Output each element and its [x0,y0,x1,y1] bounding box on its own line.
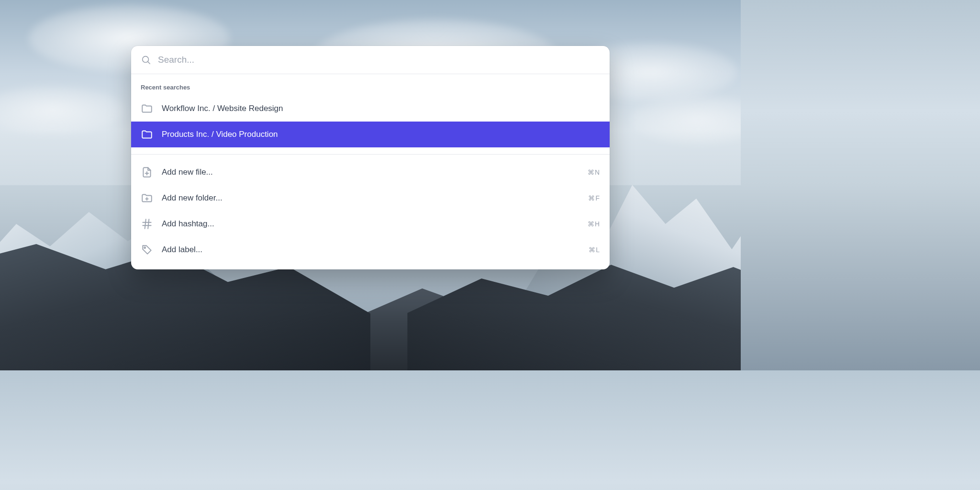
hashtag-icon [141,218,153,230]
command-palette: Recent searches Workflow Inc. / Website … [131,46,610,269]
action-add-folder[interactable]: Add new folder... ⌘F [131,185,610,211]
folder-icon [141,128,153,141]
search-input[interactable] [158,55,600,65]
action-label: Add new file... [162,167,579,178]
svg-line-9 [148,219,149,229]
action-shortcut: ⌘N [588,168,600,176]
recent-section: Recent searches Workflow Inc. / Website … [131,74,610,154]
svg-point-10 [144,247,145,248]
search-icon [141,55,151,65]
action-shortcut: ⌘H [588,220,600,228]
recent-item-workflow[interactable]: Workflow Inc. / Website Redesign [131,96,610,122]
svg-line-1 [148,62,150,64]
actions-section: Add new file... ⌘N Add new folder... ⌘F … [131,155,610,269]
action-shortcut: ⌘L [589,246,600,254]
recent-item-products[interactable]: Products Inc. / Video Production [131,122,610,147]
action-add-file[interactable]: Add new file... ⌘N [131,159,610,185]
svg-line-8 [145,219,146,229]
action-add-label[interactable]: Add label... ⌘L [131,237,610,263]
tag-icon [141,244,153,256]
action-label: Add new folder... [162,193,579,203]
recent-heading: Recent searches [131,79,610,96]
action-label: Add hashtag... [162,219,579,229]
recent-item-label: Products Inc. / Video Production [162,129,600,140]
search-row [131,46,610,74]
action-label: Add label... [162,245,580,255]
document-plus-icon [141,166,153,178]
recent-item-label: Workflow Inc. / Website Redesign [162,103,600,114]
folder-plus-icon [141,192,153,204]
folder-icon [141,102,153,115]
action-add-hashtag[interactable]: Add hashtag... ⌘H [131,211,610,237]
action-shortcut: ⌘F [588,194,600,202]
